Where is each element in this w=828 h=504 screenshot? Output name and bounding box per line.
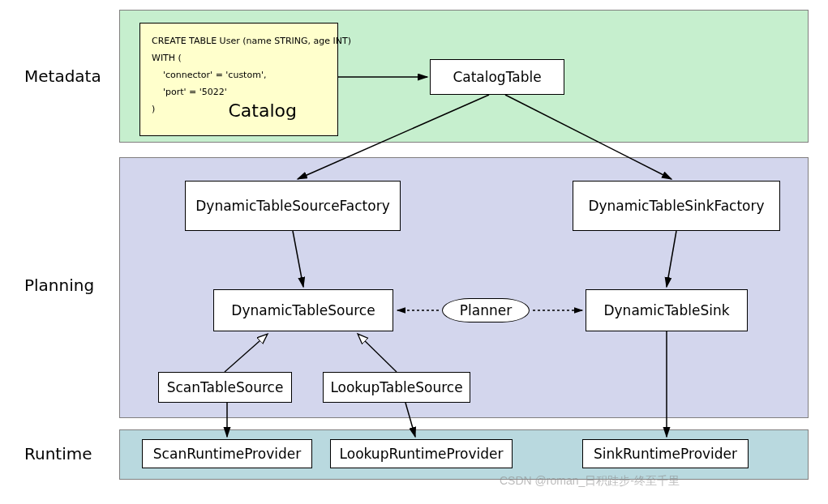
table-source-node: DynamicTableSource bbox=[213, 289, 393, 331]
catalog-title: Catalog bbox=[229, 100, 298, 121]
table-sink-node: DynamicTableSink bbox=[586, 289, 748, 331]
watermark: CSDN @roman_日积跬步-终至千里 bbox=[500, 474, 680, 489]
metadata-label: Metadata bbox=[24, 66, 101, 86]
scan-runtime-node: ScanRuntimeProvider bbox=[142, 439, 312, 468]
lookup-source-node: LookupTableSource bbox=[323, 372, 470, 403]
planner-node: Planner bbox=[442, 298, 530, 322]
catalog-sql-box: CREATE TABLE User (name STRING, age INT)… bbox=[139, 23, 338, 136]
scan-source-node: ScanTableSource bbox=[158, 372, 292, 403]
sink-factory-node: DynamicTableSinkFactory bbox=[573, 181, 780, 231]
sink-runtime-node: SinkRuntimeProvider bbox=[582, 439, 749, 468]
lookup-runtime-node: LookupRuntimeProvider bbox=[330, 439, 513, 468]
sql-line: WITH ( bbox=[152, 50, 326, 67]
planning-label: Planning bbox=[24, 275, 94, 295]
source-factory-node: DynamicTableSourceFactory bbox=[185, 181, 401, 231]
runtime-label: Runtime bbox=[24, 444, 92, 463]
sql-line: 'port' = '5022' bbox=[152, 84, 326, 101]
catalog-table-node: CatalogTable bbox=[430, 59, 564, 95]
sql-line: 'connector' = 'custom', bbox=[152, 67, 326, 84]
sql-line: CREATE TABLE User (name STRING, age INT) bbox=[152, 33, 326, 50]
